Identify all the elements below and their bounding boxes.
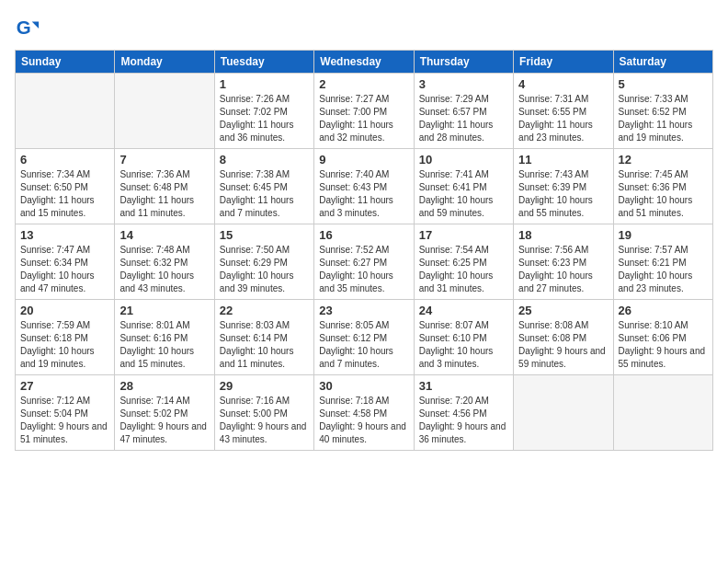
day-number: 20: [20, 304, 109, 317]
daylight-label: Daylight: 10 hours and 27 minutes.: [518, 270, 593, 293]
daylight-label: Daylight: 11 hours and 36 minutes.: [220, 120, 294, 143]
day-number: 24: [419, 304, 508, 317]
day-cell: 9 Sunrise: 7:40 AM Sunset: 6:43 PM Dayli…: [314, 149, 414, 224]
day-number: 11: [518, 153, 608, 167]
day-info: Sunrise: 8:07 AM Sunset: 6:10 PM Dayligh…: [419, 319, 508, 371]
day-number: 25: [518, 304, 608, 317]
day-cell: 10 Sunrise: 7:41 AM Sunset: 6:41 PM Dayl…: [414, 149, 513, 224]
day-cell: 19 Sunrise: 7:57 AM Sunset: 6:21 PM Dayl…: [613, 224, 712, 300]
day-info: Sunrise: 8:10 AM Sunset: 6:06 PM Dayligh…: [619, 319, 708, 371]
header-row: SundayMondayTuesdayWednesdayThursdayFrid…: [16, 51, 713, 74]
header-day-saturday: Saturday: [613, 51, 712, 74]
daylight-label: Daylight: 9 hours and 36 minutes.: [419, 421, 506, 444]
day-number: 28: [119, 379, 209, 393]
sunset-label: Sunset: 6:21 PM: [619, 258, 687, 268]
week-row-5: 27 Sunrise: 7:12 AM Sunset: 5:04 PM Dayl…: [16, 375, 713, 451]
daylight-label: Daylight: 9 hours and 40 minutes.: [319, 421, 406, 444]
daylight-label: Daylight: 10 hours and 19 minutes.: [20, 346, 95, 369]
day-info: Sunrise: 7:34 AM Sunset: 6:50 PM Dayligh…: [20, 168, 109, 220]
daylight-label: Daylight: 11 hours and 19 minutes.: [619, 120, 693, 143]
day-number: 4: [518, 77, 608, 91]
day-info: Sunrise: 7:43 AM Sunset: 6:39 PM Dayligh…: [518, 168, 608, 220]
sunrise-label: Sunrise: 8:10 AM: [619, 320, 688, 330]
day-cell: [16, 74, 115, 149]
week-row-2: 6 Sunrise: 7:34 AM Sunset: 6:50 PM Dayli…: [16, 149, 713, 224]
day-number: 1: [220, 77, 309, 91]
sunset-label: Sunset: 6:39 PM: [518, 182, 586, 192]
week-row-4: 20 Sunrise: 7:59 AM Sunset: 6:18 PM Dayl…: [16, 300, 713, 375]
daylight-label: Daylight: 10 hours and 47 minutes.: [20, 270, 95, 293]
sunset-label: Sunset: 5:02 PM: [119, 408, 188, 419]
sunset-label: Sunset: 7:02 PM: [220, 107, 288, 117]
sunrise-label: Sunrise: 7:54 AM: [419, 245, 489, 255]
sunset-label: Sunset: 6:50 PM: [20, 182, 88, 192]
day-info: Sunrise: 7:31 AM Sunset: 6:55 PM Dayligh…: [518, 93, 608, 144]
day-cell: 12 Sunrise: 7:45 AM Sunset: 6:36 PM Dayl…: [613, 149, 712, 224]
day-number: 27: [20, 379, 109, 393]
day-cell: 14 Sunrise: 7:48 AM Sunset: 6:32 PM Dayl…: [115, 224, 214, 300]
sunrise-label: Sunrise: 7:16 AM: [220, 396, 290, 406]
day-info: Sunrise: 8:08 AM Sunset: 6:08 PM Dayligh…: [518, 319, 608, 371]
day-cell: [613, 375, 712, 451]
sunset-label: Sunset: 6:23 PM: [518, 258, 586, 268]
day-cell: 30 Sunrise: 7:18 AM Sunset: 4:58 PM Dayl…: [314, 375, 414, 451]
header-day-thursday: Thursday: [414, 51, 513, 74]
page-header: G: [15, 15, 713, 40]
sunrise-label: Sunrise: 7:20 AM: [419, 396, 489, 406]
day-info: Sunrise: 7:56 AM Sunset: 6:23 PM Dayligh…: [518, 244, 608, 295]
sunset-label: Sunset: 6:16 PM: [119, 333, 188, 343]
daylight-label: Daylight: 11 hours and 32 minutes.: [319, 120, 393, 143]
sunset-label: Sunset: 6:25 PM: [419, 258, 487, 268]
header-day-tuesday: Tuesday: [214, 51, 313, 74]
week-row-3: 13 Sunrise: 7:47 AM Sunset: 6:34 PM Dayl…: [16, 224, 713, 300]
day-cell: 17 Sunrise: 7:54 AM Sunset: 6:25 PM Dayl…: [414, 224, 513, 300]
daylight-label: Daylight: 9 hours and 43 minutes.: [220, 421, 307, 444]
daylight-label: Daylight: 9 hours and 59 minutes.: [518, 346, 606, 369]
day-cell: 29 Sunrise: 7:16 AM Sunset: 5:00 PM Dayl…: [214, 375, 313, 451]
sunrise-label: Sunrise: 7:50 AM: [220, 245, 290, 255]
sunrise-label: Sunrise: 7:29 AM: [419, 94, 489, 104]
logo: G: [15, 15, 44, 40]
sunset-label: Sunset: 6:06 PM: [619, 333, 687, 343]
day-info: Sunrise: 7:14 AM Sunset: 5:02 PM Dayligh…: [119, 395, 209, 446]
day-info: Sunrise: 7:41 AM Sunset: 6:41 PM Dayligh…: [419, 168, 508, 220]
sunset-label: Sunset: 5:00 PM: [220, 408, 288, 419]
day-cell: 18 Sunrise: 7:56 AM Sunset: 6:23 PM Dayl…: [514, 224, 613, 300]
day-info: Sunrise: 7:52 AM Sunset: 6:27 PM Dayligh…: [319, 244, 408, 295]
sunrise-label: Sunrise: 7:14 AM: [119, 396, 189, 406]
sunrise-label: Sunrise: 7:45 AM: [619, 169, 688, 179]
daylight-label: Daylight: 10 hours and 23 minutes.: [619, 270, 693, 293]
sunrise-label: Sunrise: 7:47 AM: [20, 245, 90, 255]
sunset-label: Sunset: 4:56 PM: [419, 408, 487, 419]
sunrise-label: Sunrise: 7:52 AM: [319, 245, 389, 255]
sunset-label: Sunset: 7:00 PM: [319, 107, 387, 117]
sunrise-label: Sunrise: 7:59 AM: [20, 320, 90, 330]
sunrise-label: Sunrise: 8:05 AM: [319, 320, 389, 330]
day-info: Sunrise: 7:48 AM Sunset: 6:32 PM Dayligh…: [119, 244, 209, 295]
sunrise-label: Sunrise: 7:33 AM: [619, 94, 688, 104]
day-number: 13: [20, 228, 109, 242]
header-day-monday: Monday: [115, 51, 214, 74]
day-number: 12: [619, 153, 708, 167]
svg-marker-1: [32, 21, 39, 28]
day-cell: 4 Sunrise: 7:31 AM Sunset: 6:55 PM Dayli…: [514, 74, 613, 149]
day-info: Sunrise: 7:29 AM Sunset: 6:57 PM Dayligh…: [419, 93, 508, 144]
daylight-label: Daylight: 10 hours and 11 minutes.: [220, 346, 294, 369]
daylight-label: Daylight: 9 hours and 51 minutes.: [20, 421, 108, 444]
day-cell: 13 Sunrise: 7:47 AM Sunset: 6:34 PM Dayl…: [16, 224, 115, 300]
day-cell: 21 Sunrise: 8:01 AM Sunset: 6:16 PM Dayl…: [115, 300, 214, 375]
daylight-label: Daylight: 10 hours and 31 minutes.: [419, 270, 494, 293]
day-info: Sunrise: 7:38 AM Sunset: 6:45 PM Dayligh…: [220, 168, 309, 220]
day-info: Sunrise: 7:26 AM Sunset: 7:02 PM Dayligh…: [220, 93, 309, 144]
sunset-label: Sunset: 6:41 PM: [419, 182, 487, 192]
daylight-label: Daylight: 10 hours and 39 minutes.: [220, 270, 294, 293]
daylight-label: Daylight: 10 hours and 59 minutes.: [419, 195, 494, 218]
day-number: 2: [319, 77, 408, 91]
sunset-label: Sunset: 6:12 PM: [319, 333, 387, 343]
day-info: Sunrise: 7:16 AM Sunset: 5:00 PM Dayligh…: [220, 395, 309, 446]
daylight-label: Daylight: 11 hours and 23 minutes.: [518, 120, 593, 143]
day-cell: 8 Sunrise: 7:38 AM Sunset: 6:45 PM Dayli…: [214, 149, 313, 224]
day-number: 3: [419, 77, 508, 91]
day-cell: [514, 375, 613, 451]
daylight-label: Daylight: 10 hours and 55 minutes.: [518, 195, 593, 218]
